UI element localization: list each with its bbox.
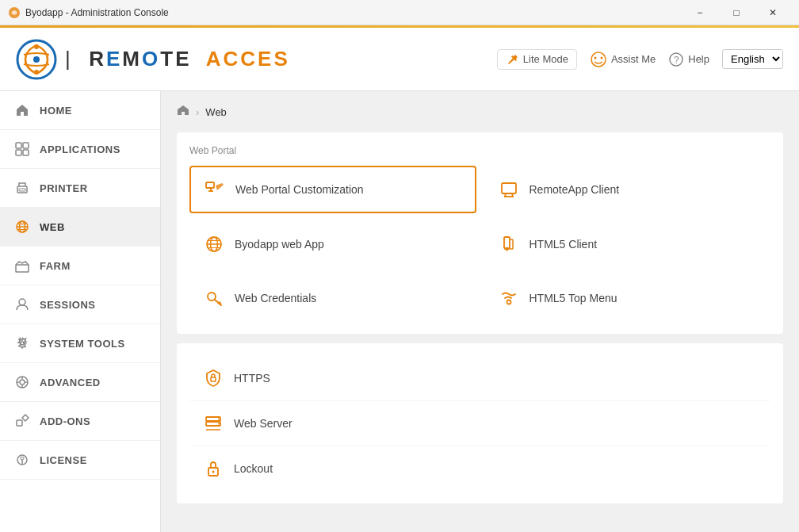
svg-rect-15 <box>19 189 25 191</box>
help-button[interactable]: ? Help <box>668 52 709 67</box>
grid-label-web-credentials: Web Credentials <box>235 292 316 304</box>
svg-point-5 <box>591 52 606 67</box>
list-item-https[interactable]: HTTPS <box>189 356 770 401</box>
svg-rect-13 <box>23 150 29 155</box>
titlebar: Byodapp - Administration Console − □ ✕ <box>0 0 799 25</box>
sidebar-item-farm[interactable]: FARM <box>0 247 160 285</box>
home-breadcrumb-icon <box>177 104 189 117</box>
sidebar: HOME APPLICATIONS PRINTER WEB FARM <box>0 91 161 532</box>
app-icon <box>8 6 21 19</box>
sidebar-label-home: HOME <box>40 105 72 117</box>
sidebar-label-farm: FARM <box>40 260 71 272</box>
html5-top-menu-icon <box>498 287 520 309</box>
header-right: Lite Mode Assist Me ? Help English <box>497 49 783 70</box>
system-tools-icon <box>14 335 30 351</box>
web-server-icon <box>202 412 224 434</box>
add-ons-icon <box>14 413 30 429</box>
grid-item-byodapp-web-app[interactable]: Byodapp web App <box>189 221 476 267</box>
printer-icon <box>14 180 30 196</box>
help-icon: ? <box>668 52 684 67</box>
wrench-icon <box>506 53 518 66</box>
lite-mode-label: Lite Mode <box>523 53 568 65</box>
breadcrumb-current: Web <box>205 106 227 118</box>
sidebar-item-home[interactable]: HOME <box>0 91 160 130</box>
svg-rect-39 <box>504 237 510 248</box>
language-select[interactable]: English <box>722 49 783 69</box>
sidebar-label-add-ons: ADD-ONS <box>40 415 90 427</box>
svg-point-46 <box>218 419 220 420</box>
https-icon <box>202 367 224 389</box>
sidebar-item-printer[interactable]: PRINTER <box>0 169 160 208</box>
svg-point-22 <box>19 299 25 305</box>
header: | REMOTE ACCES Lite Mode Assist Me ? <box>0 28 799 91</box>
remoteapp-client-icon <box>498 178 520 201</box>
grid-label-html5-top-menu: HTML5 Top Menu <box>529 292 617 304</box>
help-label: Help <box>688 53 709 65</box>
svg-rect-32 <box>206 182 214 188</box>
svg-point-47 <box>218 423 220 425</box>
sidebar-item-sessions[interactable]: SESSIONS <box>0 285 160 324</box>
close-button[interactable]: ✕ <box>755 0 791 25</box>
svg-point-7 <box>600 56 602 59</box>
sidebar-label-sessions: SESSIONS <box>40 299 95 311</box>
sidebar-label-advanced: ADVANCED <box>40 377 101 388</box>
grid-label-remoteapp-client: RemoteApp Client <box>529 183 620 196</box>
sidebar-label-license: LICENSE <box>40 454 87 466</box>
grid-item-web-credentials[interactable]: Web Credentials <box>189 275 476 321</box>
sidebar-item-advanced[interactable]: ADVANCED <box>0 363 160 402</box>
logo-text: | REMOTE ACCES <box>65 47 290 71</box>
app-body: HOME APPLICATIONS PRINTER WEB FARM <box>0 91 799 532</box>
web-portal-card: Web Portal Web Portal Customization <box>177 132 783 334</box>
sidebar-item-add-ons[interactable]: ADD-ONS <box>0 402 160 441</box>
applications-icon <box>14 141 30 157</box>
sidebar-label-applications: APPLICATIONS <box>40 144 120 155</box>
minimize-button[interactable]: − <box>682 0 718 25</box>
list-item-lockout[interactable]: Lockout <box>189 446 770 491</box>
svg-point-4 <box>34 70 39 75</box>
grid-item-remoteapp-client[interactable]: RemoteApp Client <box>484 166 771 213</box>
web-credentials-icon <box>203 287 225 309</box>
svg-rect-10 <box>16 143 21 148</box>
assist-me-button[interactable]: Assist Me <box>590 51 656 68</box>
svg-rect-43 <box>211 377 216 381</box>
grid-item-html5-client[interactable]: HTML5 Client <box>484 221 771 267</box>
window-title: Byodapp - Administration Console <box>25 7 682 18</box>
svg-rect-21 <box>16 265 29 272</box>
breadcrumb: › Web <box>177 104 783 120</box>
byodapp-web-app-icon <box>203 233 225 255</box>
home-icon <box>14 102 30 118</box>
sidebar-item-applications[interactable]: APPLICATIONS <box>0 130 160 169</box>
svg-point-2 <box>33 56 40 63</box>
html5-client-icon <box>498 233 520 255</box>
logo-icon <box>16 39 57 80</box>
web-portal-grid: Web Portal Customization RemoteApp Clien… <box>189 166 770 321</box>
web-icon <box>14 219 30 235</box>
breadcrumb-separator: › <box>196 106 199 118</box>
logo-area: | REMOTE ACCES <box>16 39 497 80</box>
grid-item-html5-top-menu[interactable]: HTML5 Top Menu <box>484 275 771 321</box>
sidebar-label-web: WEB <box>40 221 65 233</box>
lite-mode-button[interactable]: Lite Mode <box>497 49 577 70</box>
grid-item-web-portal-customization[interactable]: Web Portal Customization <box>189 166 476 213</box>
svg-point-42 <box>507 300 510 304</box>
sidebar-label-system-tools: SYSTEM TOOLS <box>40 338 125 350</box>
svg-point-50 <box>212 471 215 473</box>
grid-label-html5-client: HTML5 Client <box>529 238 598 251</box>
grid-label-byodapp-web-app: Byodapp web App <box>235 238 324 251</box>
web-portal-customization-icon <box>204 178 226 201</box>
maximize-button[interactable]: □ <box>718 0 755 25</box>
sidebar-item-web[interactable]: WEB <box>0 208 160 247</box>
svg-point-25 <box>20 380 25 385</box>
sidebar-item-license[interactable]: LICENSE <box>0 441 160 480</box>
sidebar-item-system-tools[interactable]: SYSTEM TOOLS <box>0 324 160 363</box>
list-label-https: HTTPS <box>234 372 270 385</box>
lockout-icon <box>202 457 224 480</box>
list-item-web-server[interactable]: Web Server <box>189 401 770 446</box>
svg-point-40 <box>506 249 508 251</box>
svg-point-23 <box>21 342 24 345</box>
sidebar-label-printer: PRINTER <box>40 182 88 194</box>
svg-point-3 <box>34 44 39 49</box>
breadcrumb-home[interactable] <box>177 104 189 120</box>
window-controls: − □ ✕ <box>682 0 791 25</box>
list-label-web-server: Web Server <box>234 417 292 430</box>
